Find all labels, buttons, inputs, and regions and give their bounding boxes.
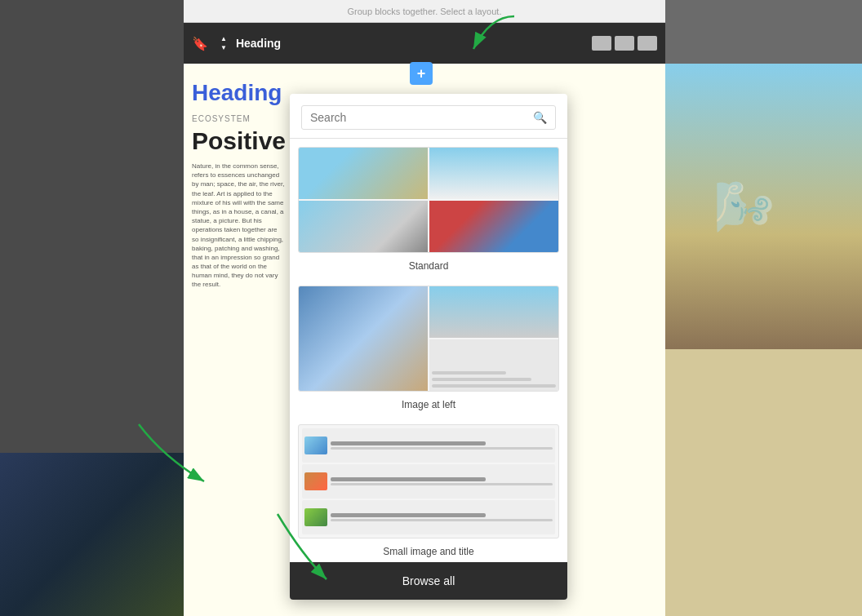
heading-toolbar: 🔖 ▲ ▼ Heading <box>184 23 665 64</box>
layout-option-3[interactable] <box>638 36 657 51</box>
template-label-standard: Standard <box>409 260 449 272</box>
preview-small-image-bottom <box>429 339 558 391</box>
row-desc-2 <box>331 483 553 485</box>
page-body-text: Nature, in the common sense, refers to e… <box>192 162 286 290</box>
text-line-1 <box>432 371 506 374</box>
arrow-up-button[interactable]: ▲ <box>218 35 229 43</box>
template-label-image-left: Image at left <box>402 399 455 410</box>
wind-turbine-icon: 🌬️ <box>713 178 775 236</box>
plus-icon: + <box>417 65 426 82</box>
browse-all-button[interactable]: Browse all <box>290 562 567 600</box>
thumb-2 <box>304 472 327 490</box>
preview-row-1 <box>302 428 555 463</box>
layout-picker-popup: 🔍 Standard I <box>290 94 567 600</box>
templates-area: Standard Image at left <box>290 139 567 562</box>
arrow-down-button[interactable]: ▼ <box>218 44 229 52</box>
preview-image-3 <box>299 201 428 252</box>
template-card-image-left: Image at left <box>298 286 559 411</box>
template-preview-standard[interactable] <box>298 147 559 253</box>
heading-toolbar-label: Heading <box>236 37 281 50</box>
layout-option-2[interactable] <box>615 36 634 51</box>
layout-options <box>592 36 657 51</box>
page-heading: Heading <box>192 80 282 106</box>
row-title-1 <box>331 441 486 445</box>
template-preview-image-left[interactable] <box>298 286 559 392</box>
left-bottom-image <box>0 453 184 616</box>
search-icon: 🔍 <box>533 111 547 124</box>
template-card-standard: Standard <box>298 147 559 273</box>
ecosystem-label: ECOSYSTEM <box>192 114 251 123</box>
row-desc-1 <box>331 447 553 450</box>
add-block-button[interactable]: + <box>410 62 433 85</box>
text-line-2 <box>432 378 531 381</box>
text-line-3 <box>432 384 556 388</box>
bookmark-icon: 🔖 <box>192 36 208 51</box>
row-texts-3 <box>331 513 553 521</box>
row-texts-1 <box>331 441 553 450</box>
arrow-buttons[interactable]: ▲ ▼ <box>218 35 229 52</box>
preview-image-1 <box>299 148 428 199</box>
preview-row-2 <box>302 464 555 499</box>
template-label-small-title: Small image and title <box>383 546 473 557</box>
toolbar: Group blocks together. Select a layout. <box>184 0 665 23</box>
search-input[interactable] <box>310 111 533 124</box>
thumb-1 <box>304 437 327 454</box>
search-input-wrap[interactable]: 🔍 <box>301 105 556 130</box>
page-subheading: Positive <box>192 127 286 155</box>
preview-image-2 <box>429 148 558 199</box>
search-bar: 🔍 <box>290 94 567 139</box>
row-title-2 <box>331 477 486 481</box>
preview-image-4 <box>429 201 558 252</box>
left-background <box>0 0 184 616</box>
template-preview-small-title[interactable] <box>298 424 559 538</box>
browse-all-label: Browse all <box>402 574 455 587</box>
toolbar-hint: Group blocks together. Select a layout. <box>348 7 502 16</box>
template-card-small-title: Small image and title <box>298 424 559 558</box>
preview-row-3 <box>302 500 555 534</box>
row-texts-2 <box>331 477 553 485</box>
row-desc-3 <box>331 519 553 521</box>
preview-big-image <box>299 286 428 391</box>
row-title-3 <box>331 513 486 517</box>
layout-option-1[interactable] <box>592 36 611 51</box>
preview-small-image-top <box>429 286 558 338</box>
thumb-3 <box>304 508 327 526</box>
